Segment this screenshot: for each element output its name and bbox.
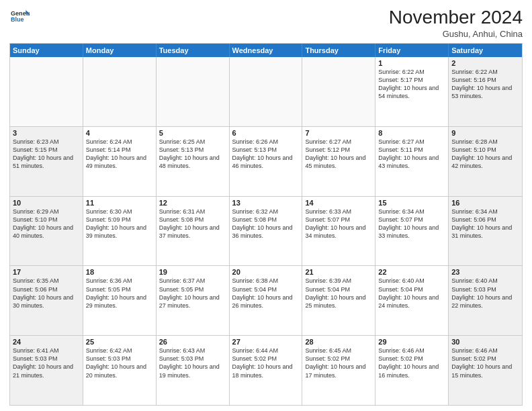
cell-info: Sunrise: 6:34 AMSunset: 5:06 PMDaylight:… <box>451 208 519 240</box>
logo: General Blue <box>9 7 30 28</box>
header-day-saturday: Saturday <box>449 44 522 57</box>
day-number: 27 <box>232 338 300 346</box>
calendar-cell <box>157 57 230 126</box>
cell-info: Sunrise: 6:40 AMSunset: 5:04 PMDaylight:… <box>378 277 445 310</box>
calendar-cell: 7Sunrise: 6:27 AMSunset: 5:12 PMDaylight… <box>302 127 375 196</box>
calendar-cell: 6Sunrise: 6:26 AMSunset: 5:13 PMDaylight… <box>230 127 303 196</box>
calendar-cell: 9Sunrise: 6:28 AMSunset: 5:10 PMDaylight… <box>449 127 522 196</box>
calendar-cell <box>83 57 157 126</box>
day-number: 16 <box>451 199 519 207</box>
cell-info: Sunrise: 6:24 AMSunset: 5:14 PMDaylight:… <box>86 138 153 171</box>
calendar-row-0: 1Sunrise: 6:22 AMSunset: 5:17 PMDaylight… <box>10 57 522 126</box>
cell-info: Sunrise: 6:44 AMSunset: 5:02 PMDaylight:… <box>232 347 300 379</box>
calendar-cell: 29Sunrise: 6:46 AMSunset: 5:02 PMDayligh… <box>375 336 449 405</box>
day-number: 28 <box>305 338 372 346</box>
calendar-cell: 5Sunrise: 6:25 AMSunset: 5:13 PMDaylight… <box>157 127 230 196</box>
cell-info: Sunrise: 6:37 AMSunset: 5:05 PMDaylight:… <box>159 277 226 310</box>
cell-info: Sunrise: 6:42 AMSunset: 5:03 PMDaylight:… <box>86 347 153 379</box>
header-day-wednesday: Wednesday <box>230 44 303 57</box>
calendar-cell: 25Sunrise: 6:42 AMSunset: 5:03 PMDayligh… <box>83 336 157 405</box>
day-number: 5 <box>159 129 226 137</box>
day-number: 6 <box>232 129 300 137</box>
day-number: 3 <box>13 129 80 137</box>
calendar-cell: 27Sunrise: 6:44 AMSunset: 5:02 PMDayligh… <box>230 336 303 405</box>
calendar-row-1: 3Sunrise: 6:23 AMSunset: 5:15 PMDaylight… <box>10 126 522 196</box>
cell-info: Sunrise: 6:46 AMSunset: 5:02 PMDaylight:… <box>378 347 445 379</box>
cell-info: Sunrise: 6:22 AMSunset: 5:16 PMDaylight:… <box>451 68 519 101</box>
calendar-cell: 12Sunrise: 6:31 AMSunset: 5:08 PMDayligh… <box>157 197 230 266</box>
calendar-header: SundayMondayTuesdayWednesdayThursdayFrid… <box>10 44 522 57</box>
calendar-cell: 21Sunrise: 6:39 AMSunset: 5:04 PMDayligh… <box>302 266 375 335</box>
location: Gushu, Anhui, China <box>389 29 523 39</box>
cell-info: Sunrise: 6:29 AMSunset: 5:10 PMDaylight:… <box>13 208 80 240</box>
header-day-sunday: Sunday <box>10 44 83 57</box>
cell-info: Sunrise: 6:35 AMSunset: 5:06 PMDaylight:… <box>13 277 80 310</box>
calendar-cell: 17Sunrise: 6:35 AMSunset: 5:06 PMDayligh… <box>10 266 83 335</box>
day-number: 23 <box>451 268 519 276</box>
calendar-cell: 10Sunrise: 6:29 AMSunset: 5:10 PMDayligh… <box>10 197 83 266</box>
calendar-cell: 4Sunrise: 6:24 AMSunset: 5:14 PMDaylight… <box>83 127 157 196</box>
calendar-cell: 15Sunrise: 6:34 AMSunset: 5:07 PMDayligh… <box>375 197 449 266</box>
cell-info: Sunrise: 6:34 AMSunset: 5:07 PMDaylight:… <box>378 208 445 240</box>
calendar-row-3: 17Sunrise: 6:35 AMSunset: 5:06 PMDayligh… <box>10 265 522 335</box>
cell-info: Sunrise: 6:25 AMSunset: 5:13 PMDaylight:… <box>159 138 226 171</box>
day-number: 30 <box>451 338 519 346</box>
header-day-monday: Monday <box>83 44 157 57</box>
cell-info: Sunrise: 6:27 AMSunset: 5:12 PMDaylight:… <box>305 138 372 171</box>
calendar-cell: 22Sunrise: 6:40 AMSunset: 5:04 PMDayligh… <box>375 266 449 335</box>
cell-info: Sunrise: 6:30 AMSunset: 5:09 PMDaylight:… <box>86 208 153 240</box>
calendar-cell: 13Sunrise: 6:32 AMSunset: 5:08 PMDayligh… <box>230 197 303 266</box>
day-number: 19 <box>159 268 226 276</box>
calendar-cell: 18Sunrise: 6:36 AMSunset: 5:05 PMDayligh… <box>83 266 157 335</box>
calendar-cell: 14Sunrise: 6:33 AMSunset: 5:07 PMDayligh… <box>302 197 375 266</box>
calendar-cell: 8Sunrise: 6:27 AMSunset: 5:11 PMDaylight… <box>375 127 449 196</box>
day-number: 18 <box>86 268 153 276</box>
header-day-tuesday: Tuesday <box>157 44 230 57</box>
day-number: 13 <box>232 199 300 207</box>
calendar-cell: 20Sunrise: 6:38 AMSunset: 5:04 PMDayligh… <box>230 266 303 335</box>
day-number: 10 <box>13 199 80 207</box>
cell-info: Sunrise: 6:32 AMSunset: 5:08 PMDaylight:… <box>232 208 300 240</box>
calendar-cell: 23Sunrise: 6:40 AMSunset: 5:03 PMDayligh… <box>449 266 522 335</box>
day-number: 14 <box>305 199 372 207</box>
month-title: November 2024 <box>389 7 523 28</box>
day-number: 11 <box>86 199 153 207</box>
calendar-cell <box>10 57 83 126</box>
calendar: SundayMondayTuesdayWednesdayThursdayFrid… <box>9 43 523 406</box>
day-number: 4 <box>86 129 153 137</box>
header-day-friday: Friday <box>375 44 449 57</box>
calendar-body: 1Sunrise: 6:22 AMSunset: 5:17 PMDaylight… <box>10 57 522 405</box>
day-number: 21 <box>305 268 372 276</box>
day-number: 25 <box>86 338 153 346</box>
page: General Blue November 2024 Gushu, Anhui,… <box>0 0 532 411</box>
cell-info: Sunrise: 6:45 AMSunset: 5:02 PMDaylight:… <box>305 347 372 379</box>
cell-info: Sunrise: 6:22 AMSunset: 5:17 PMDaylight:… <box>378 68 445 101</box>
calendar-cell <box>302 57 375 126</box>
cell-info: Sunrise: 6:23 AMSunset: 5:15 PMDaylight:… <box>13 138 80 171</box>
day-number: 17 <box>13 268 80 276</box>
calendar-row-4: 24Sunrise: 6:41 AMSunset: 5:03 PMDayligh… <box>10 335 522 405</box>
calendar-cell: 30Sunrise: 6:46 AMSunset: 5:02 PMDayligh… <box>449 336 522 405</box>
day-number: 26 <box>159 338 226 346</box>
calendar-cell: 16Sunrise: 6:34 AMSunset: 5:06 PMDayligh… <box>449 197 522 266</box>
day-number: 1 <box>378 59 445 67</box>
day-number: 7 <box>305 129 372 137</box>
cell-info: Sunrise: 6:28 AMSunset: 5:10 PMDaylight:… <box>451 138 519 171</box>
calendar-cell: 24Sunrise: 6:41 AMSunset: 5:03 PMDayligh… <box>10 336 83 405</box>
cell-info: Sunrise: 6:43 AMSunset: 5:03 PMDaylight:… <box>159 347 226 379</box>
header-day-thursday: Thursday <box>302 44 375 57</box>
svg-text:Blue: Blue <box>11 16 24 23</box>
cell-info: Sunrise: 6:40 AMSunset: 5:03 PMDaylight:… <box>451 277 519 310</box>
calendar-cell: 3Sunrise: 6:23 AMSunset: 5:15 PMDaylight… <box>10 127 83 196</box>
day-number: 9 <box>451 129 519 137</box>
title-area: November 2024 Gushu, Anhui, China <box>389 7 523 39</box>
cell-info: Sunrise: 6:31 AMSunset: 5:08 PMDaylight:… <box>159 208 226 240</box>
calendar-cell: 19Sunrise: 6:37 AMSunset: 5:05 PMDayligh… <box>157 266 230 335</box>
cell-info: Sunrise: 6:46 AMSunset: 5:02 PMDaylight:… <box>451 347 519 379</box>
header: General Blue November 2024 Gushu, Anhui,… <box>9 7 523 39</box>
calendar-cell: 1Sunrise: 6:22 AMSunset: 5:17 PMDaylight… <box>375 57 449 126</box>
logo-icon: General Blue <box>11 7 30 26</box>
calendar-cell: 2Sunrise: 6:22 AMSunset: 5:16 PMDaylight… <box>449 57 522 126</box>
day-number: 15 <box>378 199 445 207</box>
day-number: 8 <box>378 129 445 137</box>
